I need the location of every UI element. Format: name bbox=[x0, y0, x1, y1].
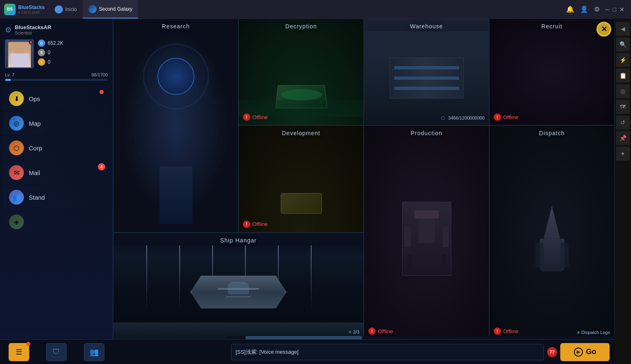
right-btn-8[interactable]: 📌 bbox=[616, 131, 630, 145]
mail-label: Mail bbox=[29, 169, 40, 176]
tab-inicio[interactable]: Inicio bbox=[49, 0, 83, 18]
close-text[interactable]: ✕ bbox=[619, 6, 624, 13]
level-bar bbox=[5, 79, 108, 81]
level-text: Lv. 7 bbox=[5, 72, 14, 77]
dispatch-bg bbox=[490, 126, 614, 339]
currency-s-row: S 0 bbox=[38, 49, 108, 56]
research-label: Research bbox=[113, 23, 238, 30]
ship-glow-right bbox=[284, 286, 300, 298]
corp-label: Corp bbox=[29, 145, 42, 152]
dispatch-offline-text: Offline bbox=[503, 328, 518, 334]
right-btn-9[interactable]: ✦ bbox=[616, 147, 630, 161]
bluestacks-version: 4.130.0.1049 bbox=[18, 10, 45, 14]
right-btn-1[interactable]: ◀ bbox=[616, 22, 630, 36]
friends-button[interactable]: 👥 bbox=[84, 343, 104, 361]
xp-text: 98/1700 bbox=[91, 72, 108, 77]
panel-recruit[interactable]: Recruit ! Offline bbox=[489, 18, 615, 125]
sidebar-bottom: ☰ 🛡 👥 bbox=[0, 339, 113, 364]
panel-research[interactable]: Research bbox=[113, 18, 238, 233]
chat-input[interactable]: [SS]浅紫: [Voice message] bbox=[231, 344, 544, 360]
production-offline-text: Offline bbox=[378, 328, 393, 334]
hangar-ships-count: ✈ 2/3 bbox=[348, 329, 359, 335]
right-btn-7[interactable]: ↺ bbox=[616, 115, 630, 129]
right-btn-6[interactable]: 🗺 bbox=[616, 100, 630, 114]
bluestacks-logo: BS BlueStacks 4.130.0.1049 bbox=[0, 4, 49, 15]
game-grid: Research Decryption ! Offline bbox=[113, 18, 615, 339]
chat-message: [SS]浅紫: [Voice message] bbox=[236, 348, 298, 356]
panel-development[interactable]: Development ! Offline bbox=[238, 125, 364, 232]
decrypt-glow bbox=[281, 89, 323, 101]
right-sidebar: ◀ 🔍 ⚡ 📋 ◎ 🗺 ↺ 📌 ✦ bbox=[615, 18, 631, 364]
dispatch-offline-icon: ! bbox=[494, 327, 501, 335]
ships-icon: ✈ bbox=[348, 329, 352, 334]
warehouse-label: Warehouse bbox=[364, 23, 489, 30]
inicio-tab-label: Inicio bbox=[65, 7, 77, 12]
map-label: Map bbox=[29, 120, 41, 127]
ops-label: Ops bbox=[29, 95, 40, 102]
hangar-bg bbox=[113, 233, 363, 339]
ship-body bbox=[185, 276, 292, 309]
dispatch-offline-status: ! Offline bbox=[494, 327, 518, 335]
profile-title: Scientist bbox=[15, 30, 51, 35]
panel-production[interactable]: Production ! Offline bbox=[364, 125, 489, 339]
maximize-text[interactable]: □ bbox=[613, 6, 616, 13]
dispatch-visual bbox=[490, 138, 614, 339]
dispatch-logs: ≡ Dispatch Logs bbox=[577, 330, 610, 335]
right-btn-4[interactable]: 📋 bbox=[616, 69, 630, 83]
avatar[interactable] bbox=[5, 39, 34, 68]
development-label: Development bbox=[239, 130, 363, 136]
panel-hangar[interactable]: Ship Hangar ✈ 2/3 bbox=[113, 233, 364, 339]
shield-button[interactable]: 🛡 bbox=[46, 343, 67, 361]
profile-area: ⚙ BlueStacksAR Scientist bbox=[0, 18, 113, 72]
notification-icon[interactable]: 🔔 bbox=[566, 5, 574, 13]
window-buttons: ─ □ ✕ bbox=[606, 6, 624, 13]
recruit-offline-icon: ! bbox=[494, 113, 501, 121]
bluestacks-icon: BS bbox=[4, 4, 16, 15]
panel-warehouse[interactable]: Warehouse ⬡ 3466/1200000000 bbox=[364, 18, 489, 125]
bluestacks-name: BlueStacks bbox=[18, 5, 45, 10]
ships-count: 2/3 bbox=[353, 329, 359, 334]
hangar-ship bbox=[185, 276, 292, 309]
nav-item-stand[interactable]: 👥 Stand bbox=[3, 185, 109, 209]
currency-s-icon: S bbox=[38, 49, 45, 56]
right-btn-3[interactable]: ⚡ bbox=[616, 53, 630, 67]
go-label: Go bbox=[586, 348, 596, 356]
titlebar-controls: 🔔 👤 ⚙ ─ □ ✕ bbox=[566, 5, 631, 13]
ops-notification-dot bbox=[99, 90, 104, 94]
warehouse-info: ⬡ 3466/1200000000 bbox=[441, 115, 485, 121]
tab-second-galaxy[interactable]: Second Galaxy bbox=[83, 0, 138, 18]
friends-icon: 👥 bbox=[90, 348, 99, 357]
production-visual bbox=[364, 138, 489, 339]
nav-item-map[interactable]: ◎ Map bbox=[3, 111, 109, 135]
extra-icon: ◈ bbox=[9, 214, 24, 229]
right-btn-2[interactable]: 🔍 bbox=[616, 37, 630, 51]
close-panel-button[interactable]: ✕ bbox=[596, 22, 611, 37]
left-sidebar: ⚙ BlueStacksAR Scientist bbox=[0, 18, 113, 364]
recruit-label: Recruit bbox=[490, 23, 614, 30]
map-icon: ◎ bbox=[9, 116, 24, 131]
warehouse-capacity: 3466/1200000000 bbox=[448, 115, 485, 120]
panel-dispatch[interactable]: Dispatch ! Offline ≡ Dispatch Logs bbox=[489, 125, 615, 339]
menu-notification-dot bbox=[26, 342, 30, 346]
nav-item-extra[interactable]: ◈ bbox=[3, 210, 109, 234]
minimize-text[interactable]: ─ bbox=[606, 6, 610, 13]
stand-label: Stand bbox=[29, 194, 45, 201]
mail-badge: 4 bbox=[98, 163, 105, 170]
nav-item-corp[interactable]: ⬡ Corp bbox=[3, 136, 109, 160]
user-icon[interactable]: 👤 bbox=[580, 5, 588, 13]
settings-icon[interactable]: ⚙ bbox=[594, 5, 600, 13]
currency-c-icon: C bbox=[38, 39, 45, 47]
panel-decryption[interactable]: Decryption ! Offline bbox=[238, 18, 364, 125]
recruit-offline-text: Offline bbox=[503, 114, 518, 120]
decryption-label: Decryption bbox=[239, 23, 363, 30]
nav-item-ops[interactable]: ⬇ Ops bbox=[3, 87, 109, 111]
hangar-label: Ship Hangar bbox=[113, 237, 363, 244]
menu-button[interactable]: ☰ bbox=[9, 343, 29, 361]
profile-username: BlueStacksAR bbox=[15, 24, 51, 30]
go-button[interactable]: ▶ Go bbox=[560, 343, 610, 361]
right-btn-5[interactable]: ◎ bbox=[616, 84, 630, 98]
corp-icon: ⬡ bbox=[9, 141, 24, 155]
titlebar: BS BlueStacks 4.130.0.1049 Inicio Second… bbox=[0, 0, 631, 18]
settings-gear-icon[interactable]: ⚙ bbox=[5, 25, 12, 35]
nav-item-mail[interactable]: ✉ Mail 4 bbox=[3, 161, 109, 184]
